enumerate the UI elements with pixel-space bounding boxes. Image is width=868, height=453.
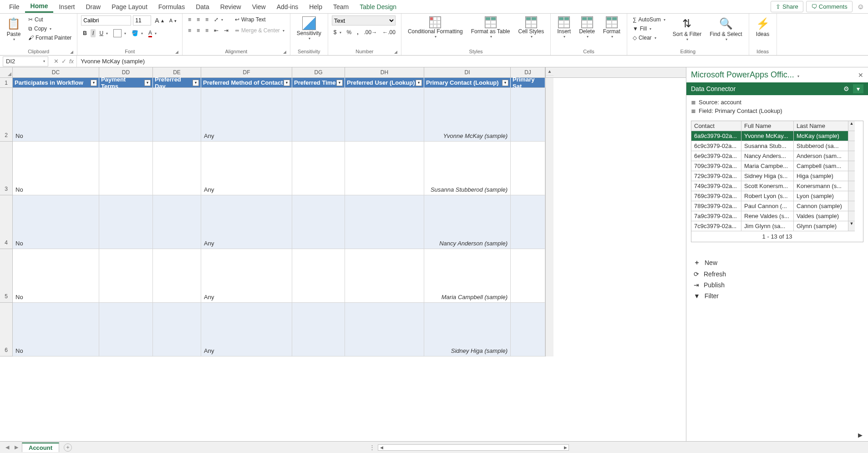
copy-button[interactable]: ⧉Copy▾: [26, 25, 73, 33]
col-header[interactable]: DF: [201, 67, 292, 77]
delete-cells-button[interactable]: Delete▾: [576, 15, 598, 40]
tab-formulas[interactable]: Formulas: [153, 1, 190, 12]
paste-button[interactable]: 📋 Paste▾: [4, 15, 24, 42]
font-color-button[interactable]: A▾: [147, 29, 158, 38]
launcher-icon[interactable]: ◢: [70, 50, 73, 54]
wrap-text-button[interactable]: ↩Wrap Text: [233, 15, 286, 24]
decrease-decimal-button[interactable]: ←.00: [381, 28, 397, 36]
align-top-button[interactable]: ≡: [186, 15, 193, 24]
table-header[interactable]: Preferred Time▾: [292, 78, 345, 88]
table-row[interactable]: 3NoAnySusanna Stubberod (sample): [0, 142, 686, 195]
lookup-row[interactable]: 7a9c3979-02a...Rene Valdes (s...Valdes (…: [691, 211, 863, 221]
scroll-left-icon[interactable]: ◀: [378, 445, 385, 450]
decrease-indent-button[interactable]: ⇤: [212, 26, 220, 35]
lookup-row[interactable]: 789c3979-02a...Paul Cannon (...Cannon (s…: [691, 201, 863, 211]
tab-review[interactable]: Review: [215, 1, 247, 12]
tab-addins[interactable]: Add-ins: [271, 1, 304, 12]
find-select-button[interactable]: 🔍Find & Select▾: [707, 15, 745, 42]
table-row[interactable]: 5NoAnyMaria Campbell (sample): [0, 249, 686, 303]
clear-button[interactable]: ◇Clear▾: [631, 34, 667, 42]
hscroll-handle-icon[interactable]: ⋮: [369, 444, 375, 451]
enter-icon[interactable]: ✓: [61, 58, 66, 65]
align-bottom-button[interactable]: ≡: [203, 15, 210, 24]
tab-file[interactable]: File: [4, 1, 25, 12]
select-all-corner[interactable]: [0, 67, 13, 77]
format-as-table-button[interactable]: Format as Table▾: [468, 15, 513, 40]
launcher-icon[interactable]: ◢: [394, 50, 397, 54]
col-header[interactable]: DG: [292, 67, 345, 77]
horizontal-scrollbar[interactable]: ◀ ▶: [378, 444, 569, 451]
table-header[interactable]: Preferred Method of Contact▾: [201, 78, 292, 88]
align-middle-button[interactable]: ≡: [195, 15, 202, 24]
insert-cells-button[interactable]: Insert▾: [554, 15, 574, 40]
sort-filter-button[interactable]: ⇅Sort & Filter▾: [670, 15, 704, 42]
format-painter-button[interactable]: 🖌Format Painter: [26, 34, 73, 42]
lookup-row[interactable]: 709c3979-02a...Maria Campbe...Campbell (…: [691, 161, 863, 171]
conditional-formatting-button[interactable]: Conditional Formatting▾: [405, 15, 466, 40]
bold-button[interactable]: B: [81, 29, 89, 37]
tab-home[interactable]: Home: [25, 0, 54, 13]
tab-view[interactable]: View: [247, 1, 271, 12]
col-header[interactable]: DI: [424, 67, 511, 77]
fill-color-button[interactable]: 🪣▾: [130, 29, 145, 37]
gear-icon[interactable]: ⚙: [843, 85, 849, 92]
filter-button[interactable]: ▼Filter: [694, 292, 861, 300]
comma-button[interactable]: ,: [355, 28, 360, 36]
tab-table-design[interactable]: Table Design: [354, 1, 402, 12]
lookup-row[interactable]: 6e9c3979-02a...Nancy Anders...Anderson (…: [691, 151, 863, 161]
cut-button[interactable]: ✂Cut: [26, 15, 73, 24]
panel-menu-icon[interactable]: ▾: [853, 84, 863, 93]
tab-data[interactable]: Data: [190, 1, 215, 12]
lookup-row[interactable]: 7c9c3979-02a...Jim Glynn (sa...Glynn (sa…: [691, 221, 863, 231]
name-box[interactable]: DI2▾: [3, 56, 48, 66]
tab-team[interactable]: Team: [328, 1, 354, 12]
lookup-col-contact[interactable]: Contact: [691, 121, 741, 131]
orientation-button[interactable]: ⤢▾: [212, 15, 225, 24]
table-row[interactable]: 6NoAnySidney Higa (sample): [0, 303, 686, 356]
table-row[interactable]: 2NoAnyYvonne McKay (sample): [0, 88, 686, 142]
merge-center-button[interactable]: ⬌Merge & Center▾: [233, 26, 286, 35]
col-header[interactable]: DH: [345, 67, 424, 77]
align-left-button[interactable]: ≡: [186, 26, 193, 35]
filter-icon[interactable]: ▾: [336, 80, 343, 86]
lookup-col-lastname[interactable]: Last Name: [794, 121, 848, 131]
sensitivity-button[interactable]: Sensitivity▾: [294, 15, 324, 41]
panel-next-icon[interactable]: ▶: [858, 432, 863, 438]
refresh-button[interactable]: ⟳Refresh: [694, 270, 861, 278]
lookup-row[interactable]: 6a9c3979-02a...Yvonne McKay...McKay (sam…: [691, 131, 863, 141]
number-format-select[interactable]: Text: [332, 15, 396, 25]
table-header[interactable]: Primary Sat: [511, 78, 545, 88]
tab-page-layout[interactable]: Page Layout: [106, 1, 153, 12]
feedback-icon[interactable]: ☺: [857, 3, 864, 11]
table-header[interactable]: Primary Contact (Lookup)▾: [424, 78, 511, 88]
italic-button[interactable]: I: [91, 29, 96, 37]
cancel-icon[interactable]: ✕: [54, 58, 59, 65]
increase-decimal-button[interactable]: .00→: [362, 28, 379, 36]
formula-input[interactable]: Yvonne McKay (sample): [76, 56, 868, 67]
filter-icon[interactable]: ▾: [193, 80, 199, 86]
lookup-row[interactable]: 6c9c3979-02a...Susanna Stub...Stubberod …: [691, 141, 863, 151]
close-icon[interactable]: ✕: [858, 71, 863, 79]
table-header[interactable]: Participates in Workflow▾: [13, 78, 99, 88]
table-header[interactable]: Preferred Day▾: [153, 78, 201, 88]
format-cells-button[interactable]: Format▾: [600, 15, 623, 40]
table-row[interactable]: 4NoAnyNancy Anderson (sample): [0, 195, 686, 249]
scroll-up-icon[interactable]: ▲: [546, 67, 553, 76]
launcher-icon[interactable]: ◢: [283, 50, 286, 54]
increase-indent-button[interactable]: ⇥: [222, 26, 230, 35]
align-center-button[interactable]: ≡: [195, 26, 202, 35]
sheet-tab-account[interactable]: Account: [22, 443, 59, 452]
col-header[interactable]: DC: [13, 67, 99, 77]
lookup-row[interactable]: 729c3979-02a...Sidney Higa (s...Higa (sa…: [691, 171, 863, 181]
underline-button[interactable]: U▾: [97, 29, 110, 37]
font-size-input[interactable]: [133, 15, 151, 25]
lookup-col-fullname[interactable]: Full Name: [741, 121, 794, 131]
sheet-nav-prev[interactable]: ◀: [4, 444, 11, 450]
cell-styles-button[interactable]: Cell Styles▾: [515, 15, 547, 40]
sheet-nav-next[interactable]: ▶: [13, 444, 20, 450]
font-name-input[interactable]: [81, 15, 131, 25]
fx-icon[interactable]: fx: [69, 58, 74, 65]
filter-icon[interactable]: ▾: [502, 80, 508, 86]
filter-icon[interactable]: ▾: [91, 80, 97, 86]
publish-button[interactable]: ⇥Publish: [694, 281, 861, 289]
